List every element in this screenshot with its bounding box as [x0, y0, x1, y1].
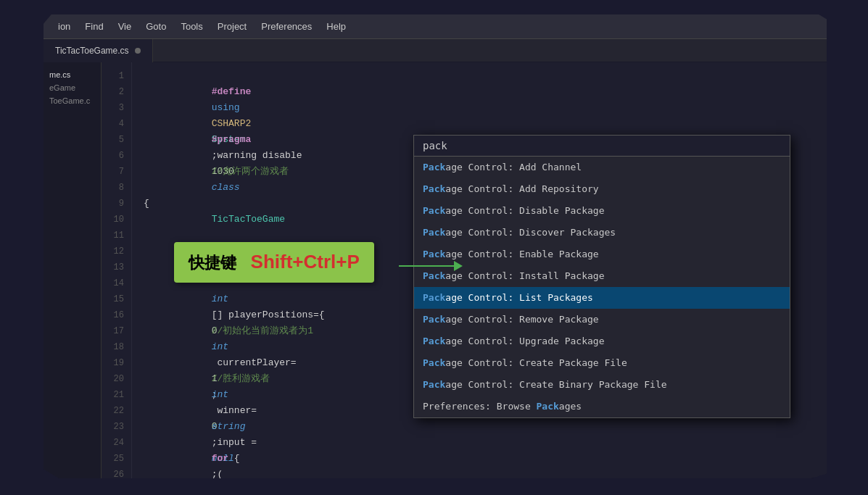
autocomplete-item-3[interactable]: Package Control: Discover Packages — [414, 222, 790, 244]
code-line-3 — [144, 100, 827, 116]
sidebar-item-2[interactable]: ToeGame.c — [44, 94, 101, 107]
line-num-10: 10 — [102, 212, 124, 228]
line-num-17: 17 — [102, 323, 124, 339]
menu-goto[interactable]: Goto — [139, 18, 173, 35]
autocomplete-list: Package Control: Add Channel Package Con… — [414, 157, 790, 417]
line-num-11: 11 — [102, 228, 124, 244]
line-num-9: 9 — [102, 196, 124, 212]
line-num-20: 20 — [102, 371, 124, 387]
code-line-23: for ( int turn = 1 ;turn<= 10 ;++turn) — [144, 419, 827, 435]
autocomplete-item-6[interactable]: Package Control: List Packages — [414, 287, 790, 309]
line-num-23: 23 — [102, 419, 124, 435]
menu-help[interactable]: Help — [319, 18, 353, 35]
line-num-14: 14 — [102, 275, 124, 291]
editor-window: ion Find Vie Goto Tools Project Preferen… — [44, 14, 827, 478]
arrow-pointer — [399, 265, 457, 267]
line-num-19: 19 — [102, 355, 124, 371]
line-num-24: 24 — [102, 435, 124, 451]
line-num-1: 1 — [102, 68, 124, 84]
line-num-3: 3 — [102, 100, 124, 116]
line-num-16: 16 — [102, 307, 124, 323]
line-num-6: 6 — [102, 148, 124, 164]
line-num-2: 2 — [102, 84, 124, 100]
menu-view[interactable]: Vie — [111, 18, 139, 35]
code-line-25: DisplayBoard (playerPositions); — [144, 451, 827, 467]
autocomplete-item-2[interactable]: Package Control: Disable Package — [414, 200, 790, 222]
line-num-8: 8 — [102, 180, 124, 196]
sidebar: me.cs eGame ToeGame.c — [44, 62, 102, 478]
autocomplete-search-input[interactable] — [414, 136, 790, 157]
tab-tictactoegame[interactable]: TicTacToeGame.cs — [44, 39, 153, 62]
autocomplete-item-11[interactable]: Preferences: Browse Packages — [414, 396, 790, 417]
menu-project[interactable]: Project — [210, 18, 254, 35]
line-num-5: 5 — [102, 132, 124, 148]
menu-bar: ion Find Vie Goto Tools Project Preferen… — [44, 14, 827, 39]
line-num-4: 4 — [102, 116, 124, 132]
line-num-21: 21 — [102, 387, 124, 403]
line-num-22: 22 — [102, 403, 124, 419]
line-num-26: 26 — [102, 467, 124, 478]
line-num-25: 25 — [102, 451, 124, 467]
line-num-12: 12 — [102, 244, 124, 259]
menu-ion[interactable]: ion — [51, 18, 78, 35]
autocomplete-item-4[interactable]: Package Control: Enable Package — [414, 244, 790, 265]
tooltip-overlay: 快捷键 Shift+Ctrl+P — [174, 242, 374, 283]
line-num-7: 7 — [102, 164, 124, 180]
line-num-13: 13 — [102, 259, 124, 275]
code-editor[interactable]: 1 2 3 4 5 6 7 8 9 10 11 12 13 14 15 16 1 — [102, 62, 827, 478]
autocomplete-item-10[interactable]: Package Control: Create Binary Package F… — [414, 374, 790, 396]
sidebar-item-0[interactable]: me.cs — [44, 68, 101, 81]
menu-find[interactable]: Find — [78, 18, 110, 35]
autocomplete-item-9[interactable]: Package Control: Create Package File — [414, 352, 790, 374]
autocomplete-item-5[interactable]: Package Control: Install Package — [414, 265, 790, 287]
tab-close-dot[interactable] — [135, 48, 141, 54]
tooltip-label: 快捷键 — [189, 254, 236, 272]
autocomplete-item-8[interactable]: Package Control: Upgrade Package — [414, 330, 790, 352]
menu-preferences[interactable]: Preferences — [254, 18, 319, 35]
tab-bar: TicTacToeGame.cs — [44, 39, 827, 62]
menu-tools[interactable]: Tools — [173, 18, 210, 35]
autocomplete-item-7[interactable]: Package Control: Remove Package — [414, 309, 790, 330]
sidebar-item-1[interactable]: eGame — [44, 81, 101, 94]
autocomplete-item-0[interactable]: Package Control: Add Channel — [414, 157, 790, 178]
line-numbers: 1 2 3 4 5 6 7 8 9 10 11 12 13 14 15 16 1 — [102, 62, 132, 478]
autocomplete-dropdown[interactable]: Package Control: Add Channel Package Con… — [413, 135, 790, 418]
tab-label: TicTacToeGame.cs — [55, 46, 129, 56]
line-num-15: 15 — [102, 291, 124, 307]
autocomplete-item-1[interactable]: Package Control: Add Repository — [414, 178, 790, 200]
line-num-18: 18 — [102, 339, 124, 355]
code-line-1: #define CSHARP2 — [144, 68, 827, 84]
tooltip-shortcut: Shift+Ctrl+P — [251, 251, 360, 273]
editor-area: me.cs eGame ToeGame.c 1 2 3 4 5 6 7 8 9 … — [44, 62, 827, 478]
